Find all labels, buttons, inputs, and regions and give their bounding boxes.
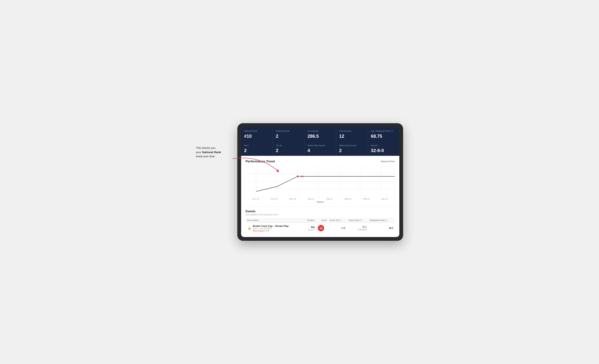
- chart-x-labels: OCT 23 NOV 23 DEC 23 JAN 24 FEB 24 MAR 2…: [246, 198, 395, 200]
- x-label-mar24: MAR 24: [339, 198, 357, 200]
- events-last-updated: Last updated: 24th November 2023: [246, 213, 395, 216]
- col-event-name: Event Name: [246, 218, 303, 223]
- x-label-jan24: JAN 24: [302, 198, 320, 200]
- score-badge: -22: [318, 225, 324, 231]
- tablet-frame: National Rank #10 Regional Rank 2 Scorin…: [237, 123, 403, 241]
- stat-national-rank-value: #10: [244, 133, 270, 139]
- annotation-line2-prefix: your: [196, 151, 202, 154]
- stat-scoring-avg-value: 286.5: [308, 133, 333, 139]
- tablet-screen: National Rank #10 Regional Rank 2 Scorin…: [241, 127, 399, 237]
- svg-text:#10: #10: [300, 175, 304, 177]
- event-details: Buster Cozy Cup – Stroke Play Oct 9 - Oc…: [253, 225, 289, 232]
- x-label-may24: MAY 24: [376, 198, 394, 200]
- stats-row-2: Wins 2 Top 3s 2 Stroke Play Events 4 Mat…: [241, 142, 399, 156]
- performance-rank-label: National Rank: [381, 160, 395, 163]
- events-title: Events: [246, 210, 395, 213]
- col-event-sg: Event SG i: [328, 218, 347, 223]
- rank-impact: Rank Impact: 3 ▼: [253, 230, 289, 232]
- x-label-feb24: FEB 24: [320, 198, 339, 200]
- x-label-oct23: OCT 23: [246, 198, 265, 200]
- weighted-points-info-icon: i: [385, 219, 387, 221]
- stat-stroke-play-label: Stroke Play Events: [308, 144, 333, 147]
- total-points-value: 28.3 3 Rounds: [347, 222, 368, 234]
- event-sg-value: 0.45: [328, 222, 347, 234]
- svg-point-14: [297, 175, 299, 177]
- stat-record-label: Record: [371, 144, 396, 147]
- stats-row-1: National Rank #10 Regional Rank 2 Scorin…: [241, 127, 399, 141]
- stat-match-play-label: Match Play Events: [339, 144, 365, 147]
- stat-total-rounds: Total Rounds 12: [336, 127, 368, 141]
- chart-x-title: Months: [246, 201, 395, 203]
- total-points-info-icon: i: [360, 219, 362, 221]
- performance-section: Performance Trend National Rank: [241, 156, 399, 207]
- stat-record-value: 32-8-0: [371, 148, 396, 153]
- weighted-points-value: 28.3: [368, 222, 395, 234]
- event-date: Oct 9 - Oct 10, 2023: [253, 227, 289, 230]
- stat-total-rounds-label: Total Rounds: [339, 130, 365, 132]
- events-section: Events Last updated: 24th November 2023 …: [241, 207, 399, 237]
- event-main-name: Buster Cozy Cup – Stroke Play: [253, 225, 289, 227]
- performance-title: Performance Trend: [246, 160, 275, 163]
- table-row: ⛳ Buster Cozy Cup – Stroke Play Oct 9 - …: [246, 222, 395, 234]
- x-label-apr24: APR 24: [357, 198, 376, 200]
- golf-icon: ⛳: [247, 226, 251, 230]
- annotation-line2-bold: National Rank: [202, 151, 221, 154]
- performance-chart: #10: [246, 166, 395, 196]
- col-total-points: Total Points i: [347, 218, 368, 223]
- col-position: Position: [303, 218, 316, 223]
- performance-header: Performance Trend National Rank: [246, 160, 395, 163]
- stat-top3s-value: 2: [276, 148, 301, 153]
- stat-match-play-value: 2: [339, 148, 365, 153]
- stat-wins: Wins 2: [241, 142, 273, 156]
- x-label-nov23: NOV 23: [265, 198, 283, 200]
- event-score: -22: [316, 222, 328, 234]
- event-sg-info-icon: i: [339, 219, 341, 221]
- annotation-line1: This shows you: [196, 146, 215, 149]
- stat-national-rank-label: National Rank: [244, 130, 270, 132]
- event-position: 6th out of 7: [303, 222, 316, 234]
- stat-stroke-play: Stroke Play Events 4: [304, 142, 336, 156]
- stat-regional-rank-label: Regional Rank: [276, 130, 301, 132]
- stat-scoring-avg-label: Scoring Avg.: [308, 130, 333, 132]
- col-weighted-points: Weighted Points i: [368, 218, 395, 223]
- stat-total-rounds-value: 12: [339, 133, 365, 139]
- chart-svg: #10: [246, 166, 395, 196]
- stat-record: Record 32-8-0: [368, 142, 399, 156]
- stat-top3s: Top 3s 2: [273, 142, 304, 156]
- events-table: Event Name Position Score Event SG i: [246, 218, 395, 234]
- stat-scoring-avg: Scoring Avg. 286.5: [304, 127, 336, 141]
- stat-regional-rank: Regional Rank 2: [273, 127, 304, 141]
- col-score: Score: [316, 218, 328, 223]
- annotation-text: This shows you your National Rank trend …: [196, 146, 221, 159]
- stat-national-rank: National Rank #10: [241, 127, 273, 141]
- stat-top3s-label: Top 3s: [276, 144, 301, 147]
- stat-stroke-play-value: 4: [308, 148, 333, 153]
- stat-wins-label: Wins: [244, 144, 270, 147]
- event-name-cell: ⛳ Buster Cozy Cup – Stroke Play Oct 9 - …: [246, 222, 303, 234]
- stat-match-play: Match Play Events 2: [336, 142, 368, 156]
- stat-regional-rank-value: 2: [276, 133, 301, 139]
- stat-avg-weighted-label: Avg. Weighted Points ⓘ: [371, 130, 396, 132]
- page-wrapper: This shows you your National Rank trend …: [196, 123, 403, 241]
- stat-avg-weighted-value: 68.75: [371, 133, 396, 139]
- stat-avg-weighted: Avg. Weighted Points ⓘ 68.75: [368, 127, 399, 141]
- stat-wins-value: 2: [244, 148, 270, 153]
- x-label-dec23: DEC 23: [283, 198, 302, 200]
- annotation-line3: trend over time: [196, 155, 215, 158]
